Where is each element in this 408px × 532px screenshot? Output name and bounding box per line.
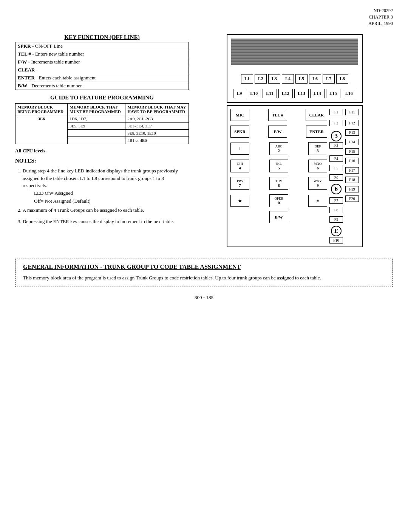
line-buttons-top: L1L2L3L4L5L6L7L8 <box>227 72 362 86</box>
keypad-container: MICTEL #CLEARSPKRF/WENTER1ABC2DEF3GHI4JK… <box>227 105 363 247</box>
key-f3[interactable]: F3 <box>329 142 343 149</box>
key-f9[interactable]: F9 <box>329 216 343 223</box>
keypad-row: PRS7TUV8WXY9 <box>230 177 327 190</box>
line-btn-l4[interactable]: L4 <box>282 74 294 84</box>
key-jkl5[interactable]: JKL5 <box>269 160 288 172</box>
line-btn-l13[interactable]: L13 <box>294 89 309 98</box>
key-mno6[interactable]: MNO6 <box>308 160 327 172</box>
prog-col2-header: MEMORY BLOCK THAT MUST BE PROGRAMMED <box>68 104 125 115</box>
key-f12[interactable]: F12 <box>345 120 359 126</box>
key-f5[interactable]: F5 <box>329 165 343 171</box>
key-f2[interactable]: F2 <box>329 120 343 126</box>
cpu-levels: All CPU levels. <box>15 148 189 154</box>
key-f14[interactable]: F14 <box>345 139 359 145</box>
keypad-row: 1ABC2DEF3 <box>230 142 327 155</box>
line-btn-l8[interactable]: L8 <box>336 74 348 84</box>
key-function-title: KEY FUNCTION (OFF LINE) <box>15 34 189 40</box>
line-btn-l16[interactable]: L16 <box>342 89 356 98</box>
guide-title: GUIDE TO FEATURE PROGRAMMING <box>15 95 189 101</box>
key-f13[interactable]: F13 <box>345 129 359 136</box>
line-btn-l12[interactable]: L12 <box>278 89 293 98</box>
keypad-row: GHI4JKL5MNO6 <box>230 160 327 172</box>
key-tuv8[interactable]: TUV8 <box>269 177 288 190</box>
key-#[interactable]: # <box>308 195 327 207</box>
key-f19[interactable]: F19 <box>345 186 359 192</box>
prog-col3-header: MEMORY BLOCK THAT MAY HAVE TO BE PROGRAM… <box>125 104 189 115</box>
main-content: KEY FUNCTION (OFF LINE) SPKR - ON/OFF Li… <box>15 34 393 247</box>
keys-main: MICTEL #CLEARSPKRF/WENTER1ABC2DEF3GHI4JK… <box>230 109 327 244</box>
key-f17[interactable]: F17 <box>345 167 359 174</box>
key-ghi4[interactable]: GHI4 <box>230 160 249 172</box>
key-function-item: SPKR - ON/OFF Line <box>15 42 189 50</box>
badge-e: E <box>331 226 342 236</box>
key-spkr[interactable]: SPKR <box>230 126 249 138</box>
keypad-row: SPKRF/WENTER <box>230 126 327 138</box>
header-line1: ND-20292 <box>15 8 393 14</box>
line-btn-l1[interactable]: L1 <box>241 74 253 84</box>
key-bw[interactable]: B/W <box>269 211 288 223</box>
line-btn-l10[interactable]: L10 <box>247 89 261 98</box>
key-f16[interactable]: F16 <box>345 158 359 164</box>
note-item-1: During step 4 the line key LED indicatio… <box>23 167 189 205</box>
info-box-title: GENERAL INFORMATION - TRUNK GROUP TO COD… <box>23 264 385 270</box>
key-def3[interactable]: DEF3 <box>308 142 327 155</box>
line-btn-l3[interactable]: L3 <box>268 74 280 84</box>
prog-col3-row1: 2A9, 2C1~2C3 <box>125 115 189 123</box>
key-tel-#[interactable]: TEL # <box>268 109 287 121</box>
key-prs7[interactable]: PRS7 <box>230 177 249 190</box>
info-box-text: This memory block area of the program is… <box>23 274 385 282</box>
left-panel: KEY FUNCTION (OFF LINE) SPKR - ON/OFF Li… <box>15 34 189 247</box>
key-f18[interactable]: F18 <box>345 177 359 183</box>
key-function-item: ENTER - Enters each table assignment <box>15 74 189 82</box>
key-function-item: CLEAR - <box>15 66 189 74</box>
page-number: 300 - 185 <box>15 295 393 301</box>
notes-title: NOTES: <box>15 158 189 164</box>
keypad-row: MICTEL #CLEAR <box>230 109 327 121</box>
key-enter[interactable]: ENTER <box>306 126 327 138</box>
line-btn-l11[interactable]: L11 <box>263 89 277 98</box>
programming-table: MEMORY BLOCK BEING PROGRAMMED MEMORY BLO… <box>15 103 189 144</box>
key-f6[interactable]: F6 <box>329 174 343 181</box>
key-mic[interactable]: MIC <box>230 109 249 121</box>
header-line2: CHAPTER 3 <box>15 14 393 20</box>
key-f/w[interactable]: F/W <box>268 126 287 138</box>
right-panel: L1L2L3L4L5L6L7L8 L9L10L11L12L13L14L15L16… <box>196 34 393 247</box>
line-btn-l5[interactable]: L5 <box>295 74 308 84</box>
prog-col3-row2: 3E1~3E4, 3E7 <box>125 123 189 130</box>
key-f20[interactable]: F20 <box>345 195 359 202</box>
key-f15[interactable]: F15 <box>345 148 359 155</box>
info-box: GENERAL INFORMATION - TRUNK GROUP TO COD… <box>15 259 393 287</box>
line-btn-l2[interactable]: L2 <box>255 74 267 84</box>
key-f8[interactable]: F8 <box>329 207 343 213</box>
line-buttons-bottom: L9L10L11L12L13L14L15L16 <box>227 87 362 100</box>
display-area: L1L2L3L4L5L6L7L8 L9L10L11L12L13L14L15L16 <box>227 34 363 103</box>
key-function-item: TEL # - Enters new table number <box>15 50 189 58</box>
badge-6: 6 <box>331 184 342 194</box>
keypad-row: ★OPER0# <box>230 194 327 207</box>
key-clear[interactable]: CLEAR <box>306 109 327 121</box>
key-abc2[interactable]: ABC2 <box>269 142 288 155</box>
line-btn-l9[interactable]: L9 <box>233 89 245 98</box>
page-header: ND-20292 CHAPTER 3 APRIL, 1990 <box>15 8 393 26</box>
line-btn-l7[interactable]: L7 <box>323 74 335 84</box>
key-1[interactable]: 1 <box>230 143 249 155</box>
line-btn-l14[interactable]: L14 <box>310 89 325 98</box>
key-★[interactable]: ★ <box>230 195 249 207</box>
key-f1[interactable]: F1 <box>329 109 343 115</box>
prog-col2-row2: 3E5, 3E9 <box>68 123 125 130</box>
key-f7[interactable]: F7 <box>329 197 343 204</box>
key-function-item: F/W - Increments table number <box>15 58 189 66</box>
key-function-table: SPKR - ON/OFF LineTEL # - Enters new tab… <box>15 42 189 90</box>
key-wxy9[interactable]: WXY9 <box>308 177 327 190</box>
note-item-3: Depressing the ENTER key causes the disp… <box>23 218 189 225</box>
prog-col1-header: MEMORY BLOCK BEING PROGRAMMED <box>15 104 68 115</box>
key-oper0[interactable]: OPER0 <box>269 194 288 207</box>
badge-3: 3 <box>331 131 342 141</box>
line-btn-l15[interactable]: L15 <box>326 89 340 98</box>
header-line3: APRIL, 1990 <box>15 20 393 27</box>
line-btn-l6[interactable]: L6 <box>309 74 321 84</box>
key-f11[interactable]: F11 <box>345 109 359 115</box>
key-f4[interactable]: F4 <box>329 155 343 162</box>
note-item-2: A maximum of 4 Trunk Groups can be assig… <box>23 206 189 214</box>
key-f10[interactable]: F10 <box>329 237 343 244</box>
